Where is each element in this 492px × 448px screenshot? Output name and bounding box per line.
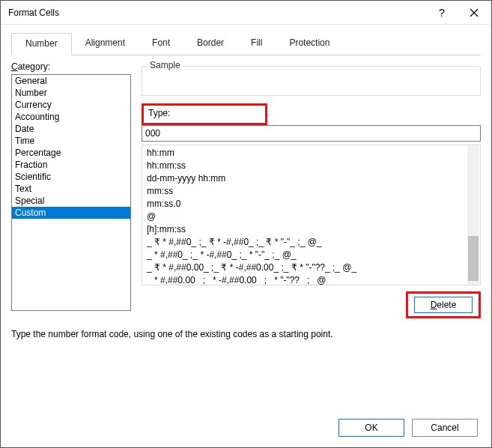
titlebar: Format Cells ? bbox=[1, 1, 491, 25]
category-item-custom[interactable]: Custom bbox=[12, 207, 130, 219]
category-item-percentage[interactable]: Percentage bbox=[12, 147, 130, 159]
tab-protection[interactable]: Protection bbox=[276, 33, 343, 55]
category-item-text[interactable]: Text bbox=[12, 183, 130, 195]
category-item-fraction[interactable]: Fraction bbox=[12, 159, 130, 171]
category-item-accounting[interactable]: Accounting bbox=[12, 111, 130, 123]
tab-number[interactable]: Number bbox=[11, 33, 72, 55]
category-item-currency[interactable]: Currency bbox=[12, 99, 130, 111]
format-code-item[interactable]: _ ₹ * #,##0.00_ ;_ ₹ * -#,##0.00_ ;_ ₹ *… bbox=[147, 261, 476, 274]
category-label: Category: bbox=[11, 61, 131, 72]
close-button[interactable] bbox=[457, 1, 491, 25]
close-icon bbox=[470, 8, 479, 17]
format-code-item[interactable]: hh:mm:ss bbox=[147, 160, 476, 172]
tab-strip: Number Alignment Font Border Fill Protec… bbox=[11, 32, 481, 55]
format-code-listbox[interactable]: hh:mm hh:mm:ss dd-mm-yyyy hh:mm mm:ss mm… bbox=[142, 145, 481, 285]
format-code-item[interactable]: mm:ss.0 bbox=[147, 198, 476, 211]
category-item-scientific[interactable]: Scientific bbox=[12, 171, 130, 183]
format-code-item[interactable]: @ bbox=[147, 211, 476, 223]
delete-highlight: Delete bbox=[406, 291, 481, 318]
delete-button[interactable]: Delete bbox=[414, 297, 473, 313]
format-code-item[interactable]: _ * #,##0_ ;_ * -#,##0_ ;_ * "-"_ ;_ @_ bbox=[147, 249, 476, 261]
format-code-item[interactable]: _ * #,##0.00_ ;_ * -#,##0.00_ ;_ * "-"??… bbox=[147, 274, 476, 285]
category-item-general[interactable]: General bbox=[12, 75, 130, 87]
dialog-title: Format Cells bbox=[8, 7, 427, 18]
category-listbox[interactable]: General Number Currency Accounting Date … bbox=[11, 74, 131, 311]
format-list-scrollbar[interactable] bbox=[467, 146, 479, 285]
tab-fill[interactable]: Fill bbox=[237, 33, 276, 55]
cancel-button[interactable]: Cancel bbox=[412, 419, 478, 437]
tab-alignment[interactable]: Alignment bbox=[72, 33, 139, 55]
format-code-item[interactable]: hh:mm bbox=[147, 147, 476, 160]
help-button[interactable]: ? bbox=[427, 7, 457, 19]
format-code-item[interactable]: _ ₹ * #,##0_ ;_ ₹ * -#,##0_ ;_ ₹ * "-"_ … bbox=[147, 236, 476, 249]
tab-font[interactable]: Font bbox=[139, 33, 183, 55]
dialog-footer: OK Cancel bbox=[1, 408, 491, 447]
category-item-special[interactable]: Special bbox=[12, 195, 130, 207]
format-code-item[interactable]: mm:ss bbox=[147, 185, 476, 198]
format-cells-dialog: Format Cells ? Number Alignment Font Bor… bbox=[0, 0, 492, 448]
sample-label: Sample bbox=[147, 60, 183, 70]
tab-border[interactable]: Border bbox=[183, 33, 237, 55]
format-code-item[interactable]: dd-mm-yyyy hh:mm bbox=[147, 172, 476, 185]
sample-group: Sample bbox=[142, 66, 481, 96]
category-item-date[interactable]: Date bbox=[12, 123, 130, 135]
ok-button[interactable]: OK bbox=[338, 419, 404, 437]
format-code-item[interactable]: [h]:mm:ss bbox=[147, 223, 476, 236]
category-item-number[interactable]: Number bbox=[12, 87, 130, 99]
category-item-time[interactable]: Time bbox=[12, 135, 130, 147]
help-text: Type the number format code, using one o… bbox=[11, 329, 481, 339]
scrollbar-thumb[interactable] bbox=[468, 236, 479, 281]
type-input[interactable] bbox=[142, 125, 481, 142]
